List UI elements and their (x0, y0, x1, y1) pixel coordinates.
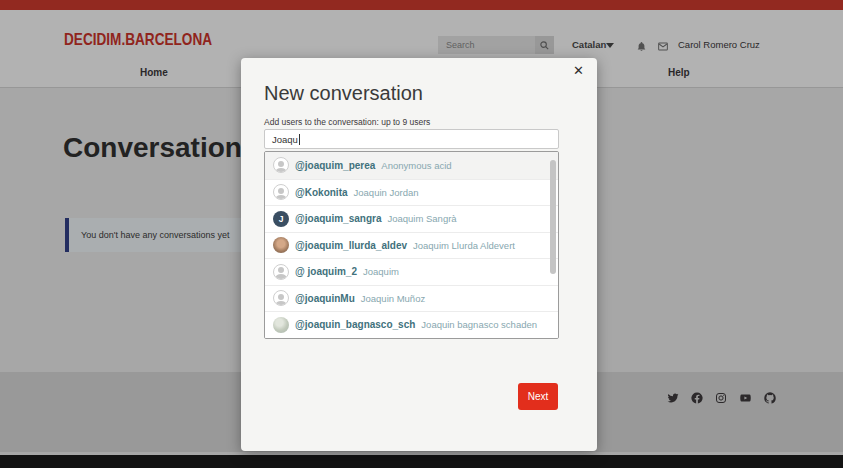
modal-title: New conversation (264, 82, 423, 105)
list-item[interactable]: @joaquin_bagnasco_sch Joaquin bagnasco s… (265, 311, 558, 338)
text-cursor (299, 134, 300, 145)
user-handle: @joaquim_sangra (295, 213, 381, 224)
user-display-name: Joaquin bagnasco schaden (421, 319, 537, 330)
list-item[interactable]: @Kokonita Joaquin Jordan (265, 179, 558, 206)
user-display-name: Joaquim (363, 266, 399, 277)
add-users-hint: Add users to the conversation: up to 9 u… (264, 117, 430, 127)
user-display-name: Joaquin Jordan (354, 187, 419, 198)
user-display-name: Anonymous acid (381, 160, 451, 171)
list-item[interactable]: @joaquim_llurda_aldev Joaquim Llurda Ald… (265, 232, 558, 259)
list-scrollbar[interactable] (550, 160, 556, 274)
user-suggestions-list: @joaquim_perea Anonymous acid @Kokonita … (264, 151, 559, 339)
list-item[interactable]: @joaquinMu Joaquin Muñoz (265, 285, 558, 312)
user-search-value: Joaqu (272, 134, 298, 145)
avatar (273, 290, 289, 306)
user-display-name: Joaquim Sangrà (387, 213, 456, 224)
user-handle: @joaquim_perea (295, 160, 375, 171)
avatar (273, 157, 289, 173)
list-item[interactable]: J @joaquim_sangra Joaquim Sangrà (265, 205, 558, 232)
new-conversation-modal: ✕ New conversation Add users to the conv… (241, 58, 597, 451)
user-search-input[interactable]: Joaqu (264, 129, 559, 149)
avatar (273, 237, 289, 253)
list-item[interactable]: @ joaquim_2 Joaquim (265, 258, 558, 285)
avatar (273, 264, 289, 280)
user-handle: @ joaquim_2 (295, 266, 357, 277)
user-handle: @joaquim_llurda_aldev (295, 240, 407, 251)
next-button[interactable]: Next (518, 383, 558, 410)
avatar (273, 184, 289, 200)
user-handle: @Kokonita (295, 187, 348, 198)
user-display-name: Joaquin Muñoz (361, 293, 425, 304)
avatar: J (273, 211, 289, 227)
close-icon[interactable]: ✕ (573, 63, 584, 79)
user-handle: @joaquin_bagnasco_sch (295, 319, 415, 330)
user-display-name: Joaquim Llurda Aldevert (413, 240, 515, 251)
list-item[interactable]: @joaquim_perea Anonymous acid (265, 152, 558, 179)
page: DECIDIM.BARCELONA Search Catalan Carol R… (0, 0, 843, 468)
avatar (273, 317, 289, 333)
user-handle: @joaquinMu (295, 293, 355, 304)
